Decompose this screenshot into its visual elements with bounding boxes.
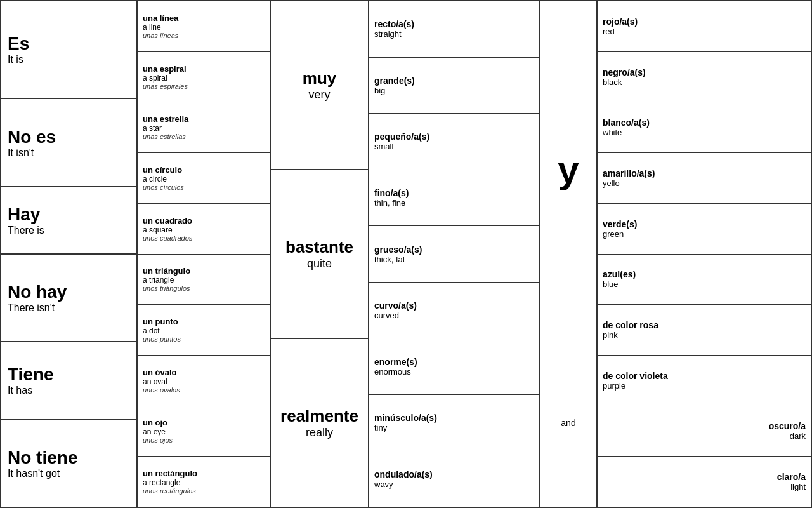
shape-espiral-plural: unas espirales bbox=[143, 83, 265, 90]
color-oscuro-english: dark bbox=[603, 431, 806, 441]
adj-minusculo-spanish: minúsculo/a(s) bbox=[374, 413, 534, 423]
color-amarillo-spanish: amarillo/a(s) bbox=[603, 168, 806, 178]
phrase-es-english: It is bbox=[8, 54, 130, 65]
shape-triangulo-spanish: un triángulo bbox=[143, 266, 265, 276]
color-oscuro: oscuro/a dark bbox=[598, 406, 811, 457]
shape-circulo-plural: unos círculos bbox=[143, 184, 265, 191]
phrases-column: Es It is No es It isn't Hay There is No … bbox=[1, 1, 138, 507]
adverbs-column: muy very bastante quite realmente really bbox=[271, 1, 369, 507]
phrase-hay-spanish: Hay bbox=[8, 204, 130, 225]
shape-rectangulo-plural: unos rectángulos bbox=[143, 487, 265, 495]
color-violeta-spanish: de color violeta bbox=[603, 371, 806, 381]
adj-recto-spanish: recto/a(s) bbox=[374, 19, 534, 29]
shape-rectangulo-spanish: un rectángulo bbox=[143, 469, 265, 478]
shape-linea-spanish: una línea bbox=[143, 13, 265, 23]
adj-fino-english: thin, fine bbox=[374, 198, 534, 208]
shape-punto-spanish: un punto bbox=[143, 317, 265, 326]
shape-triangulo: un triángulo a triangle unos triángulos bbox=[138, 255, 270, 305]
shape-espiral-spanish: una espiral bbox=[143, 64, 265, 74]
shape-rectangulo: un rectángulo a rectangle unos rectángul… bbox=[138, 457, 270, 507]
shape-espiral-english: a spiral bbox=[143, 74, 265, 83]
shape-ovalo-plural: unos ovalos bbox=[143, 386, 265, 394]
adverb-bastante: bastante quite bbox=[271, 170, 368, 339]
color-amarillo: amarillo/a(s) yello bbox=[598, 153, 811, 204]
color-violeta-english: purple bbox=[603, 381, 806, 391]
phrase-tiene-english: It has bbox=[8, 385, 130, 396]
adj-grande-english: big bbox=[374, 86, 534, 95]
adj-recto: recto/a(s) straight bbox=[369, 1, 539, 58]
shape-espiral: una espiral a spiral unas espirales bbox=[138, 52, 270, 103]
color-rosa-spanish: de color rosa bbox=[603, 320, 806, 330]
color-azul-english: blue bbox=[603, 279, 806, 289]
shape-estrella-english: a star bbox=[143, 124, 265, 133]
color-rosa-english: pink bbox=[603, 330, 806, 340]
color-blanco: blanco/a(s) white bbox=[598, 102, 811, 153]
adj-grueso-english: thick, fat bbox=[374, 255, 534, 264]
adj-grueso: grueso/a(s) thick, fat bbox=[369, 226, 539, 283]
shape-rectangulo-english: a rectangle bbox=[143, 478, 265, 487]
adj-grande-spanish: grande(s) bbox=[374, 76, 534, 86]
color-oscuro-spanish: oscuro/a bbox=[603, 421, 806, 431]
phrase-nohay: No hay There isn't bbox=[1, 255, 136, 342]
color-negro: negro/a(s) black bbox=[598, 52, 811, 103]
color-amarillo-english: yello bbox=[603, 178, 806, 188]
connector-and-cell: and bbox=[540, 338, 596, 507]
phrase-noes-spanish: No es bbox=[8, 127, 130, 147]
shape-circulo: un círculo a circle unos círculos bbox=[138, 153, 270, 204]
color-violeta: de color violeta purple bbox=[598, 356, 811, 406]
color-claro-english: light bbox=[603, 482, 806, 491]
connector-column: y and bbox=[540, 1, 598, 507]
shape-circulo-english: a circle bbox=[143, 175, 265, 184]
color-rojo: rojo/a(s) red bbox=[598, 1, 811, 52]
adverb-muy: muy very bbox=[271, 1, 368, 170]
shape-punto: un punto a dot unos puntos bbox=[138, 305, 270, 356]
color-blanco-spanish: blanco/a(s) bbox=[603, 117, 806, 128]
phrase-hay-english: There is bbox=[8, 225, 130, 236]
shape-ojo-english: an eye bbox=[143, 427, 265, 436]
shape-ojo-spanish: un ojo bbox=[143, 418, 265, 427]
color-blanco-english: white bbox=[603, 128, 806, 137]
adj-minusculo: minúsculo/a(s) tiny bbox=[369, 395, 539, 451]
phrase-hay: Hay There is bbox=[1, 187, 136, 255]
shape-triangulo-plural: unos triángulos bbox=[143, 284, 265, 292]
shape-ovalo: un óvalo an oval unos ovalos bbox=[138, 356, 270, 406]
shape-cuadrado-english: a square bbox=[143, 225, 265, 234]
adj-ondulado-english: wavy bbox=[374, 479, 534, 489]
shape-estrella-spanish: una estrella bbox=[143, 114, 265, 124]
color-rojo-english: red bbox=[603, 27, 806, 36]
phrase-noes: No es It isn't bbox=[1, 99, 136, 187]
adj-enorme-english: enormous bbox=[374, 367, 534, 377]
adj-curvo-english: curved bbox=[374, 311, 534, 320]
phrase-tiene-spanish: Tiene bbox=[8, 364, 130, 385]
adj-minusculo-english: tiny bbox=[374, 423, 534, 432]
shape-linea-english: a line bbox=[143, 23, 265, 32]
adj-fino: fino/a(s) thin, fine bbox=[369, 170, 539, 227]
color-verde-english: green bbox=[603, 229, 806, 239]
shape-punto-english: a dot bbox=[143, 326, 265, 335]
color-verde: verde(s) green bbox=[598, 204, 811, 255]
shapes-column: una línea a line unas líneas una espiral… bbox=[138, 1, 271, 507]
adj-pequeno-spanish: pequeño/a(s) bbox=[374, 131, 534, 142]
phrase-es-spanish: Es bbox=[8, 34, 130, 54]
phrase-notiene: No tiene It hasn't got bbox=[1, 420, 136, 507]
adj-fino-spanish: fino/a(s) bbox=[374, 188, 534, 198]
main-table: Es It is No es It isn't Hay There is No … bbox=[0, 0, 812, 508]
phrase-tiene: Tiene It has bbox=[1, 342, 136, 420]
color-verde-spanish: verde(s) bbox=[603, 219, 806, 229]
shape-circulo-spanish: un círculo bbox=[143, 165, 265, 175]
adj-recto-english: straight bbox=[374, 29, 534, 39]
adverb-muy-english: very bbox=[308, 88, 330, 102]
shape-punto-plural: unos puntos bbox=[143, 335, 265, 343]
shape-estrella-plural: unas estrellas bbox=[143, 133, 265, 140]
shape-cuadrado-spanish: un cuadrado bbox=[143, 216, 265, 225]
shape-linea: una línea a line unas líneas bbox=[138, 1, 270, 52]
adj-curvo-spanish: curvo/a(s) bbox=[374, 300, 534, 311]
shape-estrella: una estrella a star unas estrellas bbox=[138, 102, 270, 153]
shape-cuadrado: un cuadrado a square unos cuadrados bbox=[138, 204, 270, 255]
color-rojo-spanish: rojo/a(s) bbox=[603, 17, 806, 27]
connector-y: y bbox=[558, 148, 579, 192]
adverb-realmente-spanish: realmente bbox=[280, 406, 358, 426]
adj-ondulado: ondulado/a(s) wavy bbox=[369, 451, 539, 507]
color-negro-spanish: negro/a(s) bbox=[603, 67, 806, 77]
adj-pequeno: pequeño/a(s) small bbox=[369, 114, 539, 170]
